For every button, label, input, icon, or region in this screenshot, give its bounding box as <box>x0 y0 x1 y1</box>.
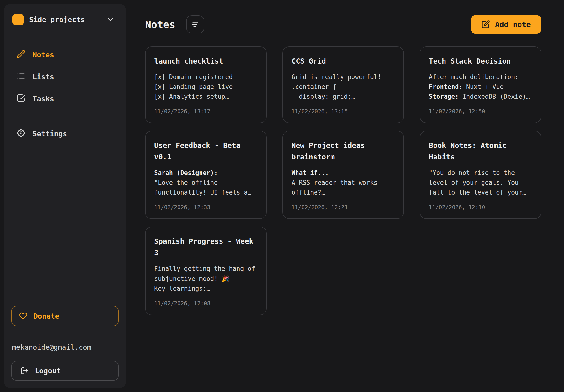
note-date: 11/02/2026, 12:21 <box>291 204 395 210</box>
app-window: Side projects Notes Lists <box>0 0 564 392</box>
note-date: 11/02/2026, 12:33 <box>154 204 258 210</box>
note-date: 11/02/2026, 12:10 <box>429 204 532 210</box>
sidebar-nav: Notes Lists Tasks <box>12 48 119 105</box>
chevron-down-icon <box>107 16 114 23</box>
sidebar-item-tasks[interactable]: Tasks <box>12 92 119 105</box>
project-switcher[interactable]: Side projects <box>12 14 119 25</box>
project-color-swatch <box>13 14 24 25</box>
sidebar-divider <box>12 116 119 116</box>
note-card[interactable]: New Project ideas brainstorm What if...A… <box>282 131 404 219</box>
sidebar-divider <box>12 37 119 37</box>
note-title: Tech Stack Decision <box>429 56 532 67</box>
note-preview: "You do not rise to the level of your go… <box>429 168 532 197</box>
note-date: 11/02/2026, 12:50 <box>429 108 532 114</box>
edit-icon <box>481 20 490 29</box>
note-preview: After much deliberation:Frontend: Nuxt +… <box>429 72 532 102</box>
note-title: New Project ideas brainstorm <box>291 140 395 163</box>
add-note-label: Add note <box>495 20 531 29</box>
sidebar-divider <box>12 334 119 334</box>
add-note-button[interactable]: Add note <box>471 15 541 34</box>
sidebar-item-label: Settings <box>32 129 67 138</box>
filter-button[interactable] <box>186 15 204 33</box>
note-title: CCS Grid <box>291 56 395 67</box>
main-content: Notes Add note launch checklist [x] Doma… <box>126 4 560 388</box>
note-card[interactable]: Tech Stack Decision After much deliberat… <box>420 46 541 123</box>
notes-grid: launch checklist [x] Domain registered[x… <box>145 46 541 315</box>
note-preview: What if...A RSS reader that works offlin… <box>291 168 395 197</box>
sidebar-item-label: Tasks <box>32 95 54 103</box>
note-date: 11/02/2026, 12:08 <box>154 300 258 307</box>
account-email: mekanoide@gmail.com <box>12 343 119 351</box>
note-title: Spanish Progress - Week 3 <box>154 236 258 259</box>
list-icon <box>17 72 25 82</box>
note-title: launch checklist <box>154 56 258 67</box>
page-title: Notes <box>145 19 175 30</box>
note-date: 11/02/2026, 13:17 <box>154 108 258 114</box>
note-title: Book Notes: Atomic Habits <box>429 140 532 163</box>
note-card[interactable]: Spanish Progress - Week 3 Finally gettin… <box>145 227 267 315</box>
logout-label: Logout <box>35 367 61 375</box>
sidebar-item-notes[interactable]: Notes <box>12 48 119 61</box>
logout-icon <box>21 367 29 375</box>
sidebar: Side projects Notes Lists <box>4 4 126 388</box>
note-preview: Grid is really powerful!.container { dis… <box>291 72 395 102</box>
heart-icon <box>19 312 27 320</box>
note-preview: Finally getting the hang of subjunctive … <box>154 264 258 293</box>
note-card[interactable]: launch checklist [x] Domain registered[x… <box>145 46 267 123</box>
note-card[interactable]: User Feedback - Beta v0.1 Sarah (Designe… <box>145 131 267 219</box>
sidebar-item-lists[interactable]: Lists <box>12 70 119 83</box>
gear-icon <box>17 129 25 139</box>
note-preview: [x] Domain registered[x] Landing page li… <box>154 72 258 102</box>
donate-label: Donate <box>33 312 59 320</box>
note-card[interactable]: CCS Grid Grid is really powerful!.contai… <box>282 46 404 123</box>
sidebar-item-label: Notes <box>32 51 54 59</box>
filter-icon <box>191 20 200 29</box>
note-title: User Feedback - Beta v0.1 <box>154 140 258 163</box>
note-date: 11/02/2026, 13:15 <box>291 108 395 114</box>
donate-button[interactable]: Donate <box>12 306 119 326</box>
logout-button[interactable]: Logout <box>12 361 119 380</box>
task-check-icon <box>17 94 25 104</box>
sidebar-footer: Donate mekanoide@gmail.com Logout <box>12 306 119 380</box>
sidebar-item-label: Lists <box>32 73 54 81</box>
project-name: Side projects <box>29 15 107 24</box>
pencil-icon <box>17 50 25 60</box>
sidebar-item-settings[interactable]: Settings <box>12 127 119 140</box>
note-preview: Sarah (Designer):"Love the offline funct… <box>154 168 258 197</box>
note-card[interactable]: Book Notes: Atomic Habits "You do not ri… <box>420 131 541 219</box>
main-header: Notes Add note <box>145 15 541 34</box>
